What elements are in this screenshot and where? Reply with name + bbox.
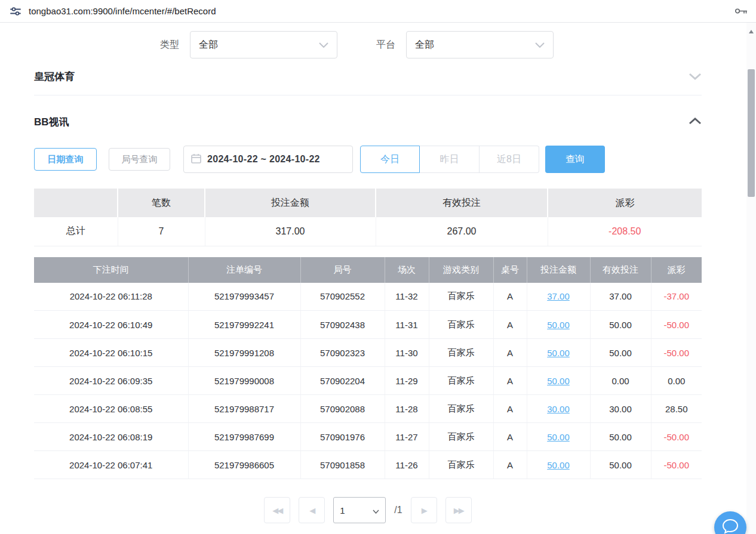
chevron-down-icon	[319, 39, 328, 50]
summary-total-label: 总计	[34, 217, 118, 246]
bet-amount-cell: 50.00	[527, 451, 590, 479]
valid-bet-cell: 50.00	[590, 339, 651, 367]
column-header: 局号	[300, 257, 385, 283]
table-row: 2024-10-22 06:08:19 521979987699 5709019…	[34, 423, 702, 451]
type-select[interactable]: 全部	[190, 31, 337, 58]
url-field[interactable]: tongbao31.com:9900/infe/mcenter/#/betRec…	[29, 6, 735, 16]
type-label: 类型	[160, 39, 179, 51]
last-page-button[interactable]: ▶▶	[445, 497, 472, 523]
valid-bet-cell: 37.00	[590, 283, 651, 311]
chat-bubble-button[interactable]	[714, 511, 746, 534]
pagination: ◀◀ ◀ 1 /1 ▶ ▶▶	[34, 497, 702, 523]
payout-cell: -50.00	[651, 423, 702, 451]
summary-bet-amount: 317.00	[205, 217, 376, 246]
table-number-cell: A	[493, 451, 527, 479]
game-type-cell: 百家乐	[429, 451, 493, 479]
bet-amount-link[interactable]: 50.00	[547, 376, 570, 386]
column-header: 投注金额	[527, 257, 590, 283]
platform-select-value: 全部	[415, 39, 535, 51]
game-type-cell: 百家乐	[429, 311, 493, 339]
today-button[interactable]: 今日	[360, 146, 420, 173]
date-query-button[interactable]: 日期查询	[34, 148, 97, 171]
browser-tune-icon[interactable]	[8, 5, 23, 17]
table-row: 2024-10-22 06:07:41 521979986605 5709018…	[34, 451, 702, 479]
game-type-cell: 百家乐	[429, 283, 493, 311]
bet-amount-link[interactable]: 50.00	[547, 432, 570, 442]
password-key-icon[interactable]	[735, 7, 748, 15]
valid-bet-cell: 30.00	[590, 395, 651, 423]
payout-cell: -37.00	[651, 283, 702, 311]
main-content: 类型 全部 平台 全部 皇冠体育 BB视讯	[34, 23, 702, 523]
column-header: 有效投注	[590, 257, 651, 283]
chevron-down-icon	[535, 39, 545, 50]
table-header-row: 下注时间 注单编号 局号 场次 游戏类别 桌号 投注金额 有效投注 派彩	[34, 257, 702, 283]
bet-amount-cell: 50.00	[527, 367, 590, 395]
round-cell: 570902088	[300, 395, 385, 423]
valid-bet-cell: 50.00	[590, 451, 651, 479]
column-header: 派彩	[651, 257, 702, 283]
table-number-cell: A	[493, 283, 527, 311]
table-number-cell: A	[493, 423, 527, 451]
page-select[interactable]: 1	[333, 497, 386, 523]
session-cell: 11-26	[385, 451, 429, 479]
bet-time-cell: 2024-10-22 06:08:55	[34, 395, 188, 423]
section-bb-video[interactable]: BB视讯	[34, 110, 702, 134]
game-type-cell: 百家乐	[429, 339, 493, 367]
bet-amount-link[interactable]: 50.00	[547, 320, 570, 330]
page-total-label: /1	[394, 505, 402, 516]
scrollbar-track[interactable]	[746, 23, 756, 534]
game-type-cell: 百家乐	[429, 367, 493, 395]
bet-id-cell: 521979991208	[188, 339, 300, 367]
platform-label: 平台	[376, 39, 395, 51]
round-cell: 570902323	[300, 339, 385, 367]
first-page-button[interactable]: ◀◀	[264, 497, 290, 523]
round-cell: 570902204	[300, 367, 385, 395]
scrollbar-thumb[interactable]	[748, 69, 755, 197]
date-range-input[interactable]: 2024-10-22 ~ 2024-10-22	[183, 146, 353, 173]
bet-amount-link[interactable]: 30.00	[547, 404, 570, 414]
section-crown-sports[interactable]: 皇冠体育	[34, 72, 702, 95]
summary-count: 7	[118, 217, 205, 246]
chevron-down-icon	[689, 72, 702, 82]
bet-table-body: 2024-10-22 06:11:28 521979993457 5709025…	[34, 283, 702, 479]
session-cell: 11-30	[385, 339, 429, 367]
round-cell: 570902552	[300, 283, 385, 311]
scroll-up-arrow-icon[interactable]	[749, 30, 754, 33]
filter-row: 类型 全部 平台 全部	[34, 31, 702, 58]
column-header: 场次	[385, 257, 429, 283]
yesterday-button[interactable]: 昨日	[420, 146, 480, 173]
session-cell: 11-27	[385, 423, 429, 451]
summary-header	[34, 189, 118, 217]
table-number-cell: A	[493, 311, 527, 339]
session-cell: 11-28	[385, 395, 429, 423]
bet-amount-link[interactable]: 50.00	[547, 460, 570, 470]
table-row: 2024-10-22 06:10:15 521979991208 5709023…	[34, 339, 702, 367]
table-row: 2024-10-22 06:09:35 521979990008 5709022…	[34, 367, 702, 395]
summary-header: 投注金额	[205, 189, 376, 217]
bet-amount-link[interactable]: 50.00	[547, 348, 570, 358]
bet-amount-cell: 37.00	[527, 283, 590, 311]
quick-date-group: 今日 昨日 近8日	[360, 146, 539, 173]
section-title: BB视讯	[34, 115, 69, 129]
next-page-button[interactable]: ▶	[411, 497, 437, 523]
summary-total-row: 总计 7 317.00 267.00 -208.50	[34, 217, 702, 246]
game-type-cell: 百家乐	[429, 423, 493, 451]
platform-select[interactable]: 全部	[406, 31, 554, 58]
bet-record-table: 下注时间 注单编号 局号 场次 游戏类别 桌号 投注金额 有效投注 派彩 202…	[34, 257, 702, 480]
summary-header: 有效投注	[376, 189, 548, 217]
last-8-days-button[interactable]: 近8日	[480, 146, 539, 173]
bet-time-cell: 2024-10-22 06:10:49	[34, 311, 188, 339]
column-header: 注单编号	[188, 257, 300, 283]
bet-id-cell: 521979986605	[188, 451, 300, 479]
search-button[interactable]: 查询	[545, 146, 605, 173]
address-bar: tongbao31.com:9900/infe/mcenter/#/betRec…	[0, 0, 756, 23]
prev-page-button[interactable]: ◀	[299, 497, 325, 523]
session-cell: 11-31	[385, 311, 429, 339]
bet-id-cell: 521979987699	[188, 423, 300, 451]
summary-valid-bet: 267.00	[376, 217, 548, 246]
chevron-up-icon	[689, 116, 702, 127]
column-header: 游戏类别	[429, 257, 493, 283]
bet-time-cell: 2024-10-22 06:09:35	[34, 367, 188, 395]
bet-amount-link[interactable]: 37.00	[547, 291, 570, 301]
round-query-button[interactable]: 局号查询	[109, 148, 170, 171]
